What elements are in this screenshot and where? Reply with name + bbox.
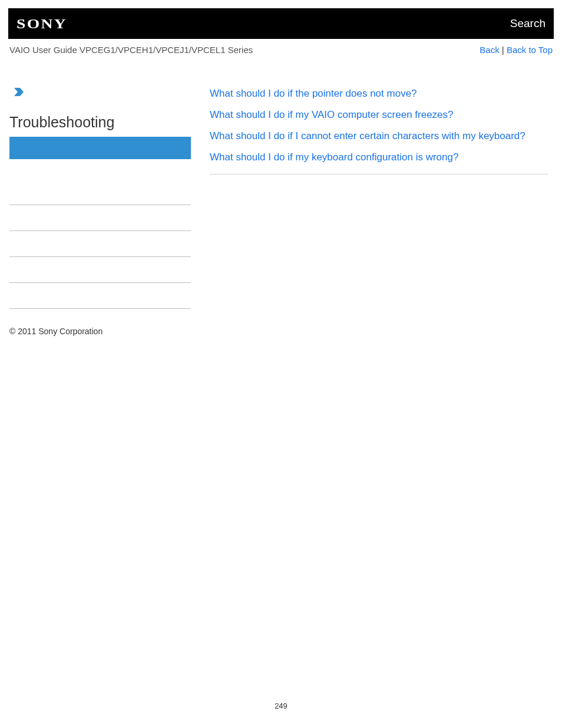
sidebar-nav-rows xyxy=(9,179,191,309)
nav-links: Back | Back to Top xyxy=(480,45,553,55)
sidebar-item[interactable] xyxy=(9,283,191,309)
faq-item: What should I do if my VAIO computer scr… xyxy=(210,109,548,121)
section-title: Troubleshooting xyxy=(9,114,191,137)
faq-item: What should I do if my keyboard configur… xyxy=(210,151,548,163)
faq-link[interactable]: What should I do if the pointer does not… xyxy=(210,88,417,99)
faq-item: What should I do if the pointer does not… xyxy=(210,88,548,100)
faq-item: What should I do if I cannot enter certa… xyxy=(210,130,548,142)
search-link[interactable]: Search xyxy=(510,17,546,30)
sidebar-item[interactable] xyxy=(9,205,191,231)
sub-header: VAIO User Guide VPCEG1/VPCEH1/VPCEJ1/VPC… xyxy=(8,39,554,62)
sidebar-item[interactable] xyxy=(9,231,191,257)
top-bar: SONY Search xyxy=(8,8,554,39)
faq-link[interactable]: What should I do if my VAIO computer scr… xyxy=(210,109,454,120)
main-content: Troubleshooting What should I do if the … xyxy=(8,62,554,309)
sidebar: Troubleshooting xyxy=(8,88,191,309)
content-area: What should I do if the pointer does not… xyxy=(191,88,554,309)
guide-title: VAIO User Guide VPCEG1/VPCEH1/VPCEJ1/VPC… xyxy=(9,45,253,55)
faq-list: What should I do if the pointer does not… xyxy=(210,88,548,163)
faq-link[interactable]: What should I do if my keyboard configur… xyxy=(210,151,458,163)
back-to-top-link[interactable]: Back to Top xyxy=(507,45,553,55)
copyright: © 2011 Sony Corporation xyxy=(8,309,554,336)
content-divider xyxy=(210,174,548,174)
separator: | xyxy=(500,45,507,55)
chevron-right-icon xyxy=(9,88,191,96)
back-link[interactable]: Back xyxy=(480,45,499,55)
sidebar-item[interactable] xyxy=(9,257,191,283)
sidebar-item[interactable] xyxy=(9,179,191,205)
page-number: 249 xyxy=(0,701,562,710)
sidebar-highlight[interactable] xyxy=(9,137,191,159)
sony-logo: SONY xyxy=(16,16,67,32)
faq-link[interactable]: What should I do if I cannot enter certa… xyxy=(210,130,525,141)
